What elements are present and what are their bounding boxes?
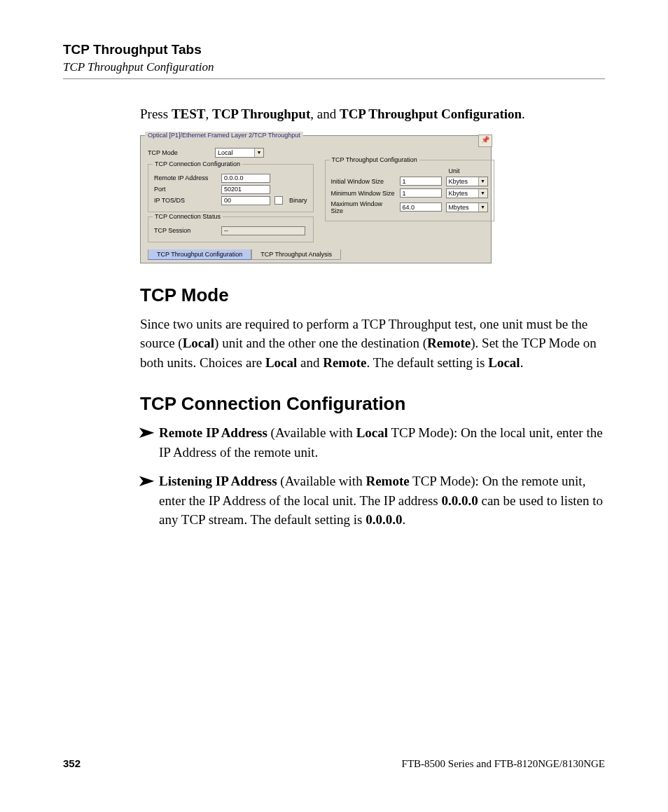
page: TCP Throughput Tabs TCP Throughput Confi…	[0, 0, 668, 812]
chapter-subtitle: TCP Throughput Configuration	[63, 60, 605, 74]
intro-bold-test: TEST	[172, 106, 206, 121]
tcp-mode-label: TCP Mode	[148, 149, 211, 156]
init-win-unit-select[interactable]: Kbytes ▼	[446, 177, 488, 186]
panel-tabs: TCP Throughput Configuration TCP Through…	[148, 249, 484, 260]
tos-input[interactable]	[221, 196, 270, 205]
unit-header: Unit	[449, 167, 460, 174]
text: .	[520, 355, 524, 370]
body: Press TEST, TCP Throughput, and TCP Thro…	[140, 104, 605, 530]
conn-status-title: TCP Connection Status	[153, 213, 223, 220]
chevron-down-icon: ▼	[478, 189, 487, 198]
footer: 352 FTB-8500 Series and FTB-8120NGE/8130…	[63, 757, 605, 770]
intro-bold-thru: TCP Throughput	[212, 106, 310, 121]
chevron-down-icon: ▼	[478, 177, 487, 186]
text: (Available with	[277, 474, 366, 488]
bold: Local	[265, 355, 297, 370]
min-win-unit-value: Kbytes	[449, 190, 468, 197]
page-number: 352	[63, 757, 81, 769]
product-name: FTB-8500 Series and FTB-8120NGE/8130NGE	[402, 758, 605, 770]
intro-paragraph: Press TEST, TCP Throughput, and TCP Thro…	[140, 104, 605, 124]
port-label: Port	[154, 186, 217, 193]
bold: Remote	[366, 474, 409, 488]
intro-bold-cfg: TCP Throughput Configuration	[340, 106, 522, 121]
max-win-input[interactable]	[400, 202, 442, 212]
app-panel: Optical [P1]/Ethernet Framed Layer 2/TCP…	[140, 135, 492, 263]
min-win-unit-select[interactable]: Kbytes ▼	[446, 188, 488, 198]
init-win-input[interactable]	[400, 177, 442, 186]
chevron-down-icon: ▼	[254, 149, 263, 157]
binary-checkbox[interactable]	[274, 196, 283, 205]
heading-tcp-mode: TCP Mode	[140, 284, 605, 306]
bold: Remote IP Address	[159, 425, 267, 440]
min-win-input[interactable]	[400, 188, 442, 198]
thru-cfg-group: TCP Throughput Configuration Unit Initia…	[325, 160, 494, 221]
bold: Local	[488, 355, 520, 370]
text: ) unit and the other one the destination…	[214, 336, 427, 350]
text: (Available with	[267, 425, 356, 440]
tos-label: IP TOS/DS	[154, 197, 217, 204]
bold: Remote	[427, 336, 471, 350]
chapter-title: TCP Throughput Tabs	[63, 42, 605, 57]
remote-ip-input[interactable]	[221, 174, 270, 183]
conn-cfg-group: TCP Connection Configuration Remote IP A…	[148, 164, 314, 212]
chevron-down-icon: ▼	[478, 203, 487, 212]
intro-text: ,	[205, 106, 212, 121]
bullet-listening-ip: ➤ Listening IP Address (Available with R…	[140, 472, 605, 530]
tcp-mode-paragraph: Since two units are required to perform …	[140, 315, 605, 373]
tab-thru-analysis[interactable]: TCP Throughput Analysis	[251, 249, 341, 260]
text: . The default setting is	[366, 355, 488, 370]
binary-label: Binary	[289, 197, 307, 204]
bold: 0.0.0.0	[366, 512, 402, 527]
tcp-mode-value: Local	[218, 149, 233, 156]
tcp-mode-select[interactable]: Local ▼	[215, 148, 264, 158]
bold: Listening IP Address	[159, 474, 277, 488]
text: and	[297, 355, 323, 370]
bullet-icon: ➤	[138, 472, 155, 490]
bold: Local	[356, 425, 388, 440]
text: .	[402, 512, 405, 527]
bold: Local	[183, 336, 214, 350]
intro-text: Press	[140, 106, 172, 121]
bullet-icon: ➤	[138, 423, 155, 441]
header-rule	[63, 78, 605, 79]
tab-thru-config[interactable]: TCP Throughput Configuration	[148, 249, 251, 260]
remote-ip-label: Remote IP Address	[154, 174, 217, 181]
panel-title: Optical [P1]/Ethernet Framed Layer 2/TCP…	[145, 132, 303, 139]
min-win-label: Minimum Window Size	[331, 190, 396, 197]
init-win-label: Initial Window Size	[331, 178, 396, 185]
max-win-unit-select[interactable]: Mbytes ▼	[446, 202, 488, 212]
intro-text: , and	[310, 106, 340, 121]
session-label: TCP Session	[154, 227, 217, 234]
port-input[interactable]	[221, 185, 270, 194]
bold: Remote	[323, 355, 366, 370]
bold: 0.0.0.0	[441, 493, 478, 508]
max-win-label: Maximum Window Size	[331, 200, 396, 214]
thru-cfg-title: TCP Throughput Configuration	[330, 156, 419, 163]
bullet-remote-ip: ➤ Remote IP Address (Available with Loca…	[140, 423, 605, 462]
pin-icon[interactable]: 📌	[478, 135, 492, 147]
intro-text: .	[522, 106, 525, 121]
heading-tcp-conn-cfg: TCP Connection Configuration	[140, 393, 605, 415]
conn-status-group: TCP Connection Status TCP Session	[148, 216, 314, 242]
max-win-unit-value: Mbytes	[449, 204, 469, 211]
conn-cfg-title: TCP Connection Configuration	[153, 160, 242, 167]
init-win-unit-value: Kbytes	[449, 178, 468, 185]
session-value	[221, 226, 305, 235]
